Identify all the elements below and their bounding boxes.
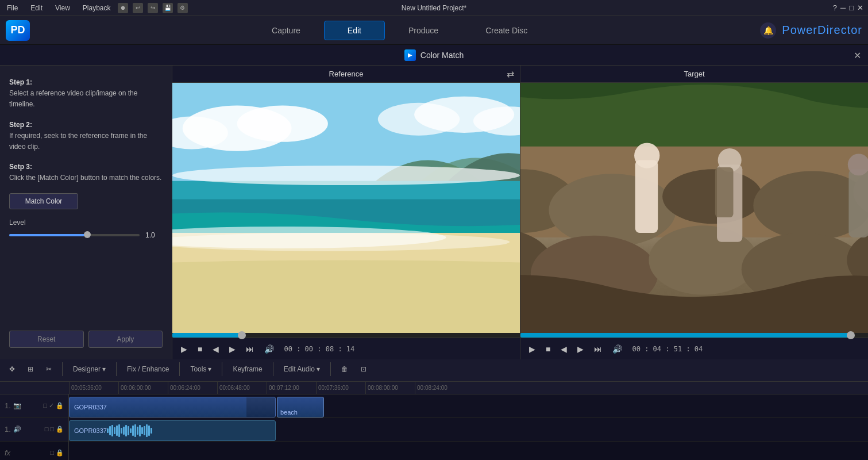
help-icon[interactable]: ?: [833, 3, 837, 12]
reset-button[interactable]: Reset: [9, 331, 84, 348]
window-controls[interactable]: ? ─ □ ✕: [833, 3, 863, 12]
settings-icon[interactable]: ⚙: [178, 3, 188, 13]
tgt-prev-frame-button[interactable]: ◀: [558, 343, 570, 355]
track-row-1-video: GOPR0337 beach: [69, 394, 868, 418]
wb-3: [111, 425, 113, 436]
clip-gopr0337-long[interactable]: GOPR0337: [69, 397, 276, 417]
track-1-eye-icon[interactable]: □: [43, 402, 47, 409]
step3-text: Click the [Match Color] button to match …: [9, 174, 161, 182]
level-slider[interactable]: [9, 234, 140, 236]
multicam-icon: ⊡: [361, 365, 367, 373]
record-icon[interactable]: ⏺: [118, 3, 128, 13]
project-title: New Untitled Project*: [402, 4, 466, 12]
trim-tool-button[interactable]: ⊞: [23, 363, 38, 375]
track-1-number-icon: 1.: [5, 401, 11, 410]
ruler-mark-6: 00:08:00:00: [365, 382, 415, 394]
notification-icon[interactable]: 🔔: [760, 22, 776, 39]
trim-icon: ⊞: [28, 365, 33, 373]
ruler-mark-1: 00:06:00:00: [118, 382, 168, 394]
svg-point-2: [237, 106, 328, 142]
rocky-svg: [520, 83, 868, 333]
tgt-play-button[interactable]: ▶: [526, 343, 538, 355]
track-1-video-icon: 📷: [13, 402, 21, 409]
menu-playback[interactable]: Playback: [80, 3, 113, 13]
menu-edit[interactable]: Edit: [28, 3, 45, 13]
level-slider-thumb[interactable]: [84, 231, 91, 238]
move-tool-button[interactable]: ✥: [5, 363, 20, 375]
reference-scrubber[interactable]: [172, 333, 520, 338]
title-bar-right: ? ─ □ ✕: [833, 3, 863, 12]
swap-icon[interactable]: ⇄: [507, 68, 514, 79]
tab-create-disc[interactable]: Create Disc: [462, 21, 551, 40]
maximize-icon[interactable]: □: [849, 3, 854, 12]
track-1-check-icon[interactable]: ✓: [49, 402, 54, 409]
tab-edit[interactable]: Edit: [324, 21, 385, 40]
target-header: Target: [520, 66, 868, 83]
fx-lock-icon[interactable]: 🔒: [56, 449, 64, 457]
minimize-icon[interactable]: ─: [840, 3, 846, 12]
fix-enhance-dropdown[interactable]: Fix / Enhance: [122, 363, 173, 375]
reference-timecode: 00 : 00 : 08 : 14: [284, 345, 354, 353]
reference-scrubber-thumb[interactable]: [238, 331, 246, 339]
keyframe-dropdown[interactable]: Keyframe: [228, 363, 267, 375]
track-1-lock-icon[interactable]: 🔒: [56, 402, 64, 409]
bottom-buttons: Reset Apply: [9, 331, 163, 348]
level-slider-fill: [9, 234, 87, 236]
main-area: ▶ Color Match ✕ Step 1: Select a referen…: [0, 45, 868, 356]
redo-icon[interactable]: ↪: [148, 3, 158, 13]
ref-prev-frame-button[interactable]: ◀: [210, 343, 222, 355]
clip-audio-label: GOPR0337: [74, 427, 107, 434]
fx-eye-icon[interactable]: □: [50, 449, 54, 457]
track-1a-check-icon[interactable]: □: [50, 425, 54, 433]
waveform: [107, 424, 271, 438]
tgt-skip-forward-button[interactable]: ⏭: [591, 343, 605, 355]
tools-dropdown[interactable]: Tools ▾: [186, 363, 216, 375]
wb-4: [114, 427, 115, 434]
ref-stop-button[interactable]: ■: [195, 343, 205, 355]
ref-play-button[interactable]: ▶: [178, 343, 190, 355]
designer-label: Designer: [73, 365, 101, 373]
svg-rect-29: [848, 169, 868, 237]
tab-produce[interactable]: Produce: [385, 21, 462, 40]
dialog-close-button[interactable]: ✕: [854, 49, 861, 60]
undo-icon[interactable]: ↩: [133, 3, 143, 13]
reference-controls: ▶ ■ ◀ ▶ ⏭ 🔊 00 : 00 : 08 : 14: [172, 338, 520, 359]
toolbar-sep-2: [116, 362, 117, 376]
menu-file[interactable]: File: [5, 3, 20, 13]
target-scrubber-thumb[interactable]: [847, 331, 855, 339]
app-logo: PD: [6, 20, 30, 41]
tgt-volume-button[interactable]: 🔊: [609, 343, 625, 355]
delete-button[interactable]: 🗑: [337, 363, 353, 375]
wb-18: [146, 424, 148, 437]
match-color-button[interactable]: Match Color: [9, 193, 78, 209]
ref-skip-forward-button[interactable]: ⏭: [243, 343, 257, 355]
cut-tool-button[interactable]: ✂: [41, 363, 56, 375]
dialog-body: Step 1: Select a reference video clip/im…: [0, 66, 868, 359]
step3: Setp 3: Click the [Match Color] button t…: [9, 162, 163, 183]
close-icon[interactable]: ✕: [857, 3, 863, 12]
move-icon: ✥: [9, 365, 15, 373]
track-1a-lock-icon[interactable]: 🔒: [56, 425, 64, 433]
menu-bar[interactable]: File Edit View Playback: [5, 3, 113, 13]
clip-beach[interactable]: beach: [277, 397, 324, 417]
apply-button[interactable]: Apply: [88, 331, 163, 348]
save-icon[interactable]: 💾: [163, 3, 173, 13]
designer-dropdown[interactable]: Designer ▾: [68, 363, 110, 375]
track-label-1-audio: 1. 🔊 □ □ 🔒: [0, 418, 68, 442]
step2-text: If required, seek to the reference frame…: [9, 132, 147, 151]
track-1a-eye-icon[interactable]: □: [45, 425, 49, 433]
ref-next-frame-button[interactable]: ▶: [226, 343, 238, 355]
multicam-button[interactable]: ⊡: [356, 363, 371, 375]
clip-audio-gopr0337[interactable]: GOPR0337: [69, 420, 276, 441]
step1-text: Select a reference video clip/image on t…: [9, 89, 137, 108]
edit-audio-dropdown[interactable]: Edit Audio ▾: [279, 363, 325, 375]
tab-capture[interactable]: Capture: [248, 21, 324, 40]
tgt-stop-button[interactable]: ■: [543, 343, 553, 355]
level-row: 1.0: [9, 231, 163, 239]
menu-view[interactable]: View: [53, 3, 72, 13]
rocky-scene: [520, 83, 868, 333]
target-scrubber[interactable]: [520, 333, 868, 338]
tgt-next-frame-button[interactable]: ▶: [574, 343, 587, 355]
dialog-icon: ▶: [404, 49, 416, 61]
ref-volume-button[interactable]: 🔊: [261, 343, 277, 355]
